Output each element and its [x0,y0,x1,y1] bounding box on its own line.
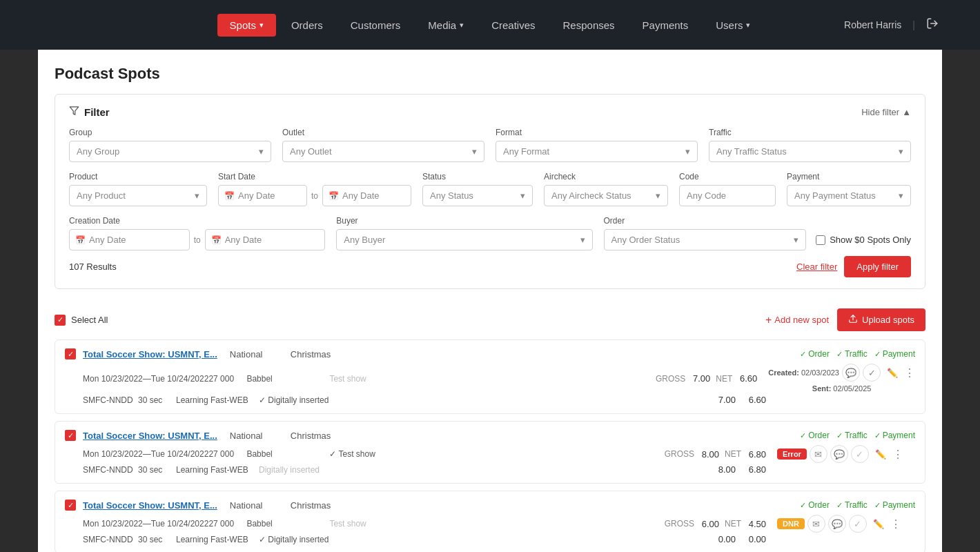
nav-item-customers[interactable]: Customers [338,14,413,37]
spot-row1-3: ✓ Total Soccer Show: USMNT, E... Nationa… [65,500,915,511]
upload-spots-button[interactable]: Upload spots [837,308,925,331]
mail-btn-2[interactable]: ✉ [810,445,827,463]
chevron-down-icon: ▾ [580,235,585,245]
edit-btn-2[interactable]: ✏️ [872,445,890,463]
message-btn-3[interactable]: 💬 [828,515,846,533]
filter-title: Filter [69,106,110,118]
upload-icon [848,314,858,326]
spot-checkbox-2[interactable]: ✓ [65,430,76,441]
apply-filter-button[interactable]: Apply filter [844,256,911,277]
gross-val-2: 8.00 [694,449,719,460]
payment-status-2: ✓ Payment [874,431,915,440]
gross-val-2b: 8.00 [711,464,736,475]
buyer-placeholder: Any Buyer [344,235,385,245]
chevron-down-icon: ▾ [195,190,199,201]
spot-title-3[interactable]: Total Soccer Show: USMNT, E... [83,500,217,511]
nav-label-payments: Payments [643,19,689,31]
spot-status-tags-3: ✓ Order ✓ Traffic ✓ Payment [800,500,915,510]
creation-date-to[interactable]: 📅 Any Date [205,229,326,250]
spot-title-2[interactable]: Total Soccer Show: USMNT, E... [83,431,217,441]
nav-item-media[interactable]: Media ▾ [415,14,476,37]
message-btn-1[interactable]: 💬 [842,364,860,382]
edit-btn-3[interactable]: ✏️ [870,515,888,533]
spot-meta-row-1: Created: 02/03/2023 💬 ✓ ✏️ ⋮ [768,364,915,382]
aircheck-select[interactable]: Any Aircheck Status ▾ [544,185,668,206]
spot-actions-1: Created: 02/03/2023 💬 ✓ ✏️ ⋮ Sent: 02/05… [768,364,915,393]
start-date-from-placeholder: Any Date [238,190,275,201]
order-status-3: ✓ Order [800,500,830,510]
verify-btn-1[interactable]: ✓ [863,364,881,382]
nav-item-creatives[interactable]: Creatives [479,14,547,37]
outlet-select[interactable]: Any Outlet ▾ [282,141,484,162]
traffic-label: Traffic [709,128,911,137]
checkmark-icon: ✓ [68,431,74,440]
product-select[interactable]: Any Product ▾ [69,185,207,206]
gross-val-3: 6.00 [694,519,719,529]
traffic-select[interactable]: Any Traffic Status ▾ [709,141,911,162]
nav-item-orders[interactable]: Orders [279,14,335,37]
more-btn-3[interactable]: ⋮ [890,518,901,531]
creation-date-from[interactable]: 📅 Any Date [69,229,190,250]
start-date-from[interactable]: 📅 Any Date [218,185,307,206]
show-zero-label: Show $0 Spots Only [830,235,911,245]
spot-checkbox-3[interactable]: ✓ [65,500,76,511]
spot-detail-row-3: Mon 10/23/2022—Tue 10/24/2022 27 000 Bab… [83,515,915,533]
order-select[interactable]: Any Order Status ▾ [604,229,807,250]
buyer-select[interactable]: Any Buyer ▾ [336,229,592,250]
start-date-to[interactable]: 📅 Any Date [322,185,411,206]
gross-label-1: GROSS [656,374,685,384]
filter-group-start-date: Start Date 📅 Any Date to 📅 Any Date [218,172,411,206]
filter-group-creation-date: Creation Date 📅 Any Date to 📅 Any Date [69,216,325,250]
status-select[interactable]: Any Status ▾ [422,185,533,206]
show-zero-row: Show $0 Spots Only [816,235,911,245]
navbar: Spots ▾ Orders Customers Media ▾ Creativ… [0,0,980,50]
filter-group-status: Status Any Status ▾ [422,172,533,206]
net-val-3b: 0.00 [741,534,766,544]
spot-row1-2: ✓ Total Soccer Show: USMNT, E... Nationa… [65,430,915,441]
edit-btn-1[interactable]: ✏️ [883,364,901,382]
spot-checkbox-1[interactable]: ✓ [65,348,76,359]
nav-item-users[interactable]: Users ▾ [703,14,763,37]
logout-icon[interactable] [926,17,939,33]
traffic-status-1: ✓ Traffic [836,349,868,359]
plus-icon: + [765,314,772,326]
start-date-to-placeholder: Any Date [342,190,379,201]
nav-item-payments[interactable]: Payments [630,14,701,37]
outlet-placeholder: Any Outlet [290,146,332,157]
hide-filter-button[interactable]: Hide filter ▲ [861,107,911,117]
filter-group-product: Product Any Product ▾ [69,172,207,206]
mail-btn-3[interactable]: ✉ [807,515,825,533]
more-btn-2[interactable]: ⋮ [892,448,903,461]
group-select[interactable]: Any Group ▾ [69,141,271,162]
filter-group-aircheck: Aircheck Any Aircheck Status ▾ [544,172,668,206]
spot-title-1[interactable]: Total Soccer Show: USMNT, E... [83,349,217,359]
message-btn-2[interactable]: 💬 [830,445,848,463]
error-badge-2: Error [777,448,807,460]
verify-btn-2[interactable]: ✓ [851,445,869,463]
product-placeholder: Any Product [77,190,126,201]
show-zero-checkbox[interactable] [816,235,825,245]
start-date-label: Start Date [218,172,411,181]
add-new-spot-button[interactable]: + Add new spot [765,314,829,326]
nav-item-spots[interactable]: Spots ▾ [217,14,276,37]
verify-btn-3[interactable]: ✓ [849,515,867,533]
nav-label-orders: Orders [291,19,323,31]
net-val-2b: 6.80 [741,464,766,475]
creation-date-to-placeholder: Any Date [225,235,262,245]
spot-count-2: 27 000 [208,449,246,459]
payment-select[interactable]: Any Payment Status ▾ [787,185,911,206]
code-input[interactable]: Any Code [679,185,776,206]
order-placeholder: Any Order Status [611,235,680,245]
more-btn-1[interactable]: ⋮ [904,366,915,379]
nav-item-responses[interactable]: Responses [551,14,627,37]
chevron-down-icon: ▾ [899,146,903,157]
net-val-3: 4.50 [741,519,766,529]
filter-results-row: 107 Results Clear filter Apply filter [69,256,911,277]
net-val-1b: 6.60 [741,395,766,405]
filter-section: Filter Hide filter ▲ Group Any Group ▾ O… [55,94,925,289]
clear-filter-button[interactable]: Clear filter [796,262,837,272]
select-all-checkbox[interactable]: ✓ [55,315,66,326]
gross-label-2: GROSS [665,449,694,459]
spot-dates-1: Mon 10/23/2022—Tue 10/24/2022 [83,374,208,384]
format-select[interactable]: Any Format ▾ [496,141,698,162]
